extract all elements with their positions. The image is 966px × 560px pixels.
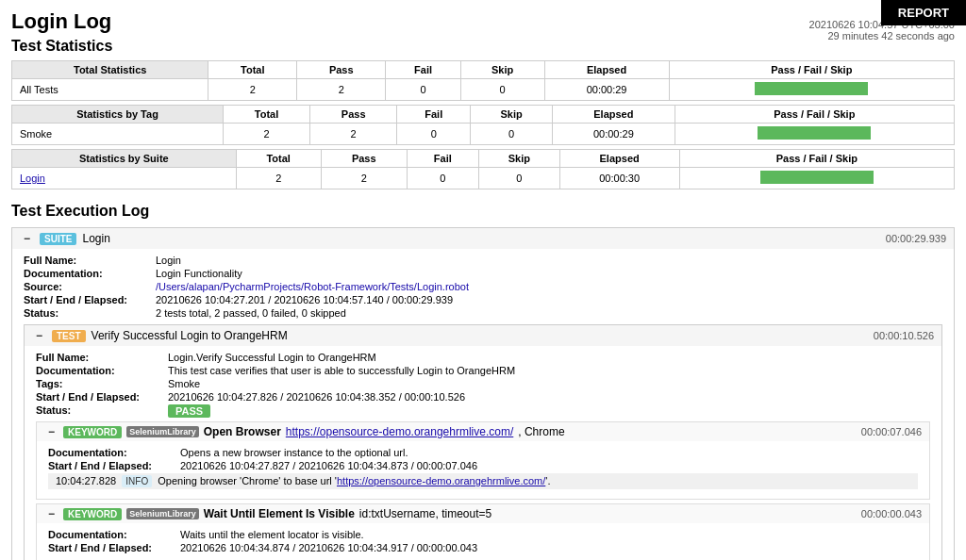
kw-doc-label: Documentation: (48, 529, 180, 540)
suite-doc-label: Documentation: (24, 268, 156, 279)
keyword-args: id:txtUsername, timeout=5 (359, 507, 491, 520)
suite-status-row: Status: 2 tests total, 2 passed, 0 faile… (24, 307, 942, 319)
col-skip-suite: Skip (479, 150, 560, 168)
keyword-time: 00:00:00.043 (861, 508, 922, 519)
suite-stats-header: Statistics by Suite (12, 150, 237, 168)
keyword-time: 00:00:07.046 (861, 426, 922, 437)
suite-startend-label: Start / End / Elapsed: (24, 294, 156, 305)
suite-status-value: 2 tests total, 2 passed, 0 failed, 0 ski… (156, 307, 346, 319)
keyword-block: −KEYWORDSeleniumLibraryWait Until Elemen… (36, 503, 930, 560)
col-fail: Fail (386, 61, 460, 79)
test-fullname-label: Full Name: (36, 352, 168, 363)
col-pass-fail-skip-suite: Pass / Fail / Skip (679, 150, 954, 168)
col-pass-fail-skip: Pass / Fail / Skip (669, 61, 954, 79)
col-elapsed-suite: Elapsed (559, 150, 679, 168)
exec-log-section: Test Execution Log − SUITE Login 00:00:2… (0, 203, 966, 560)
suite-name: Login (82, 232, 109, 245)
keyword-lib-badge: SeleniumLibrary (126, 426, 199, 437)
suite-startend-row: Start / End / Elapsed: 20210626 10:04:27… (24, 294, 942, 305)
keyword-log-line: 10:04:27.828 INFO Opening browser 'Chrom… (48, 473, 918, 489)
col-pass-tag: Pass (309, 106, 396, 124)
test-fullname-row: Full Name: Login.Verify Successful Login… (36, 352, 930, 363)
col-fail-suite: Fail (407, 150, 478, 168)
keyword-arg-link[interactable]: https://opensource-demo.orangehrmlive.co… (286, 425, 513, 438)
col-pass-suite: Pass (321, 150, 407, 168)
test-status-row: Status: PASS (36, 404, 930, 418)
keywords-container: −KEYWORDSeleniumLibraryOpen Browser http… (36, 421, 930, 560)
test-header-left: − TEST Verify Successful Login to Orange… (32, 329, 288, 342)
tag-statistics-table: Statistics by Tag Total Pass Fail Skip E… (11, 105, 955, 145)
suite-doc-value: Login Functionality (156, 268, 242, 279)
suite-status-label: Status: (24, 307, 156, 319)
kw-startend-label: Start / End / Elapsed: (48, 460, 180, 471)
suite-block: − SUITE Login 00:00:29.939 Full Name: Lo… (11, 227, 955, 560)
test-time: 00:00:10.526 (874, 330, 934, 341)
test-doc-value: This test case verifies that user is abl… (168, 365, 515, 376)
test-header: − TEST Verify Successful Login to Orange… (25, 325, 941, 346)
suite-fullname-value: Login (156, 255, 181, 266)
test-block: − TEST Verify Successful Login to Orange… (24, 324, 942, 560)
keyword-header-left: −KEYWORDSeleniumLibraryOpen Browser http… (44, 425, 565, 438)
keyword-body: Documentation:Opens a new browser instan… (37, 441, 929, 499)
log-link[interactable]: https://opensource-demo.orangehrmlive.co… (337, 475, 545, 486)
test-toggle-btn[interactable]: − (32, 329, 46, 342)
suite-fullname-label: Full Name: (24, 255, 156, 266)
keyword-name: Open Browser (204, 425, 281, 438)
log-level: INFO (122, 475, 152, 487)
suite-doc-row: Documentation: Login Functionality (24, 268, 942, 279)
keyword-arg-rest: , Chrome (518, 425, 564, 438)
test-startend-row: Start / End / Elapsed: 20210626 10:04:27… (36, 391, 930, 403)
col-skip-tag: Skip (471, 106, 553, 124)
keyword-block: −KEYWORDSeleniumLibraryOpen Browser http… (36, 421, 930, 500)
col-total-tag: Total (224, 106, 310, 124)
keyword-header-left: −KEYWORDSeleniumLibraryWait Until Elemen… (44, 507, 491, 520)
suite-header-left: − SUITE Login (20, 232, 110, 245)
col-pass: Pass (297, 61, 386, 79)
test-tags-label: Tags: (36, 378, 168, 389)
report-button[interactable]: REPORT (881, 0, 966, 25)
suite-fullname-row: Full Name: Login (24, 255, 942, 266)
total-stats-header: Total Statistics (12, 61, 208, 79)
kw-startend-label: Start / End / Elapsed: (48, 542, 180, 553)
kw-doc-value: Waits until the element locator is visib… (180, 529, 364, 540)
test-fullname-value: Login.Verify Successful Login to OrangeH… (168, 352, 376, 363)
suite-header: − SUITE Login 00:00:29.939 (12, 228, 954, 249)
keyword-header: −KEYWORDSeleniumLibraryOpen Browser http… (37, 422, 929, 441)
test-name: Verify Successful Login to OrangeHRM (92, 329, 288, 342)
suite-statistics-table: Statistics by Suite Total Pass Fail Skip… (11, 149, 955, 189)
col-skip: Skip (460, 61, 544, 79)
test-statistics-section: Test Statistics Total Statistics Total P… (0, 38, 966, 203)
test-startend-label: Start / End / Elapsed: (36, 391, 168, 403)
keyword-badge: KEYWORD (63, 508, 122, 520)
col-elapsed-tag: Elapsed (553, 106, 675, 124)
suite-time: 00:00:29.939 (886, 233, 946, 244)
suite-toggle-btn[interactable]: − (20, 232, 34, 245)
test-tags-row: Tags: Smoke (36, 378, 930, 389)
test-badge: TEST (52, 330, 86, 342)
test-body: Full Name: Login.Verify Successful Login… (25, 346, 941, 560)
test-doc-row: Documentation: This test case verifies t… (36, 365, 930, 376)
col-pass-fail-skip-tag: Pass / Fail / Skip (675, 106, 954, 124)
suite-body: Full Name: Login Documentation: Login Fu… (12, 249, 954, 560)
keyword-lib-badge: SeleniumLibrary (126, 508, 199, 519)
exec-log-title: Test Execution Log (11, 203, 955, 220)
suite-source-link[interactable]: /Users/alapan/PycharmProjects/Robot-Fram… (156, 281, 469, 292)
keyword-toggle-btn[interactable]: − (44, 425, 58, 438)
keyword-body: Documentation:Waits until the element lo… (37, 523, 929, 560)
total-statistics-table: Total Statistics Total Pass Fail Skip El… (11, 60, 955, 101)
page-header: Login Log Generated 20210626 10:04:57 UT… (0, 0, 966, 38)
suite-source-label: Source: (24, 281, 156, 292)
test-status-badge: PASS (168, 404, 210, 418)
suite-source-row: Source: /Users/alapan/PycharmProjects/Ro… (24, 281, 942, 292)
kw-doc-value: Opens a new browser instance to the opti… (180, 447, 408, 458)
kw-startend-value: 20210626 10:04:27.827 / 20210626 10:04:3… (180, 460, 477, 471)
suite-startend-value: 20210626 10:04:27.201 / 20210626 10:04:5… (156, 294, 453, 305)
test-startend-value: 20210626 10:04:27.826 / 20210626 10:04:3… (168, 391, 465, 403)
keyword-toggle-btn[interactable]: − (44, 507, 58, 520)
col-total-suite: Total (236, 150, 321, 168)
col-total: Total (208, 61, 297, 79)
kw-startend-value: 20210626 10:04:34.874 / 20210626 10:04:3… (180, 542, 477, 553)
log-time: 10:04:27.828 (56, 475, 116, 486)
suite-badge: SUITE (40, 233, 76, 245)
keyword-header: −KEYWORDSeleniumLibraryWait Until Elemen… (37, 504, 929, 523)
